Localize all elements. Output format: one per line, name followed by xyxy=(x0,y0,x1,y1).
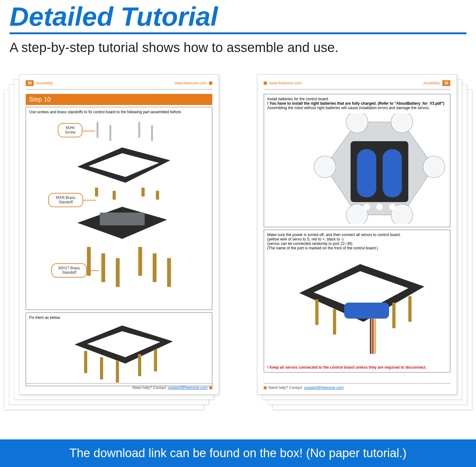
svg-rect-13 xyxy=(153,253,156,282)
page-section: Assembly xyxy=(423,81,440,85)
svg-rect-34 xyxy=(315,299,319,325)
assembled-frame-illustration xyxy=(29,322,209,383)
svg-rect-7 xyxy=(156,191,159,200)
svg-rect-14 xyxy=(167,258,171,287)
servo-warning: ! Keep all servos connected to the contr… xyxy=(267,365,447,370)
support-email-link[interactable]: support@freenove.com xyxy=(168,385,208,390)
svg-rect-28 xyxy=(357,149,376,197)
svg-rect-16 xyxy=(100,357,103,379)
svg-rect-4 xyxy=(95,187,98,196)
servo-connect-panel: Make sure the power is turned off, and t… xyxy=(264,230,450,372)
svg-rect-33 xyxy=(344,303,389,319)
battery-line-3: Assembling the robot without right batte… xyxy=(267,106,447,110)
pages-stage: 38 Assembly www.freenove.com Step 10 Use… xyxy=(0,74,476,423)
servo-line-a: Make sure the power is turned off, and t… xyxy=(267,233,447,237)
assembled-result-panel: Fix them as below. xyxy=(26,312,212,386)
page-subtitle: A step-by-step tutorial shows how to ass… xyxy=(10,40,466,55)
svg-rect-10 xyxy=(101,253,105,282)
battery-install-panel: Install batteries for the control board.… xyxy=(264,94,450,227)
battery-line-2: ! You have to install the right batterie… xyxy=(267,101,447,106)
svg-rect-38 xyxy=(370,319,371,354)
battery-line-1: Install batteries for the control board. xyxy=(267,97,447,101)
tutorial-page-left: 38 Assembly www.freenove.com Step 10 Use… xyxy=(19,74,219,395)
servo-line-b: (yellow wire of servo to S, red to +, bl… xyxy=(267,237,447,241)
svg-point-23 xyxy=(391,113,413,133)
page-number: 39 xyxy=(442,80,450,86)
servo-line-d: (The name of the port is marked on the f… xyxy=(267,246,447,250)
svg-rect-8 xyxy=(100,213,145,225)
svg-rect-37 xyxy=(408,296,412,322)
title-rule xyxy=(10,32,466,34)
page-title: Detailed Tutorial xyxy=(10,3,466,30)
svg-rect-19 xyxy=(154,349,157,372)
svg-rect-9 xyxy=(87,247,91,276)
svg-rect-17 xyxy=(116,360,119,383)
page-number: 38 xyxy=(26,80,34,86)
orange-square-icon xyxy=(209,82,212,85)
footer-need-help: Need help? Contact xyxy=(268,385,302,390)
svg-rect-40 xyxy=(374,319,376,354)
svg-rect-35 xyxy=(333,309,336,335)
panel-intro: Use screws and brass standoffs to fix co… xyxy=(29,110,182,114)
panel-fix-text: Fix them as below. xyxy=(29,315,61,320)
page-website: www.freenove.com xyxy=(269,81,301,85)
orange-square-icon xyxy=(264,82,267,85)
svg-rect-39 xyxy=(372,319,374,354)
battery-board-illustration xyxy=(267,113,447,224)
svg-rect-1 xyxy=(109,125,111,141)
svg-rect-15 xyxy=(84,351,87,373)
svg-rect-12 xyxy=(138,247,142,276)
page-footer: Need help? Contact support@freenove.com xyxy=(264,383,450,390)
svg-rect-18 xyxy=(138,354,141,376)
exploded-view-illustration xyxy=(29,117,209,306)
svg-rect-3 xyxy=(151,125,153,141)
assembly-diagram-panel: Use screws and brass standoffs to fix co… xyxy=(26,107,212,310)
svg-rect-6 xyxy=(142,187,145,196)
servo-board-illustration xyxy=(267,255,447,363)
svg-point-32 xyxy=(389,204,395,210)
svg-point-31 xyxy=(376,204,383,210)
svg-point-30 xyxy=(363,204,370,210)
step-heading: Step 10 xyxy=(26,94,212,105)
svg-rect-5 xyxy=(113,191,116,200)
svg-point-24 xyxy=(423,156,445,178)
page-header-row: www.freenove.com Assembly 39 xyxy=(264,80,450,86)
footer-need-help: Need help? Contact xyxy=(132,385,166,390)
orange-square-icon xyxy=(264,386,267,389)
page-website: www.freenove.com xyxy=(175,81,207,85)
svg-rect-2 xyxy=(138,122,140,138)
svg-point-22 xyxy=(346,113,368,133)
servo-line-c: (servos can be connected randomly to por… xyxy=(267,241,447,246)
svg-rect-0 xyxy=(96,122,98,138)
orange-square-icon xyxy=(209,386,212,389)
svg-rect-36 xyxy=(392,303,395,328)
svg-point-21 xyxy=(314,156,336,178)
tutorial-page-right: www.freenove.com Assembly 39 Install bat… xyxy=(257,74,457,395)
support-email-link[interactable]: support@freenove.com xyxy=(304,385,344,390)
page-section: Assembly xyxy=(36,81,53,85)
page-footer: Need help? Contact support@freenove.com xyxy=(26,383,212,390)
svg-rect-29 xyxy=(383,149,402,197)
page-header-row: 38 Assembly www.freenove.com xyxy=(26,80,212,86)
svg-rect-11 xyxy=(116,258,120,287)
download-banner: The download link can be found on the bo… xyxy=(0,439,476,467)
